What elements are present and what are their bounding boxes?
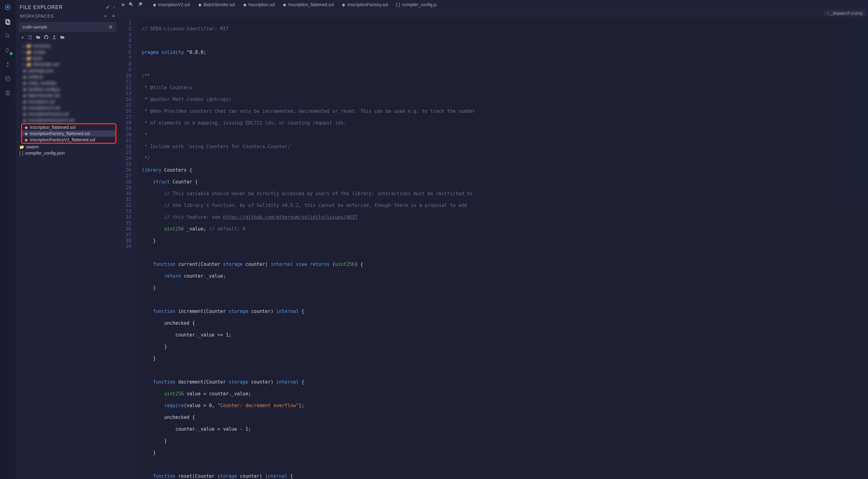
menu-icon[interactable]: ≡ [112,13,115,19]
tree-file[interactable]: ◆package.json [22,68,116,74]
tree-file-inscriptionfactoryv2-flattened[interactable]: ◆InscriptionFactoryV2_flattened.sol [22,137,115,143]
tab-compiler-config[interactable]: { }compiler_config.js [393,0,440,9]
new-folder-icon[interactable] [36,35,40,40]
svg-rect-3 [7,21,10,25]
editor-topbar: ▶ 🔍 🔎 ◆InscriptionV2.sol ◆BatchSender.so… [119,0,868,9]
tree-file[interactable]: ◆Inscription.sol [22,99,116,105]
search-icon[interactable] [3,32,12,40]
upload-icon[interactable] [52,35,57,40]
zoom-in-icon[interactable]: 🔎 [137,2,143,7]
tree-file[interactable]: ◆BatchSender.sol [22,92,116,99]
breadcrumb-bar: › _dispatchFunding [119,9,868,17]
tree-file-inscription-flattened[interactable]: ◆Inscription_flattened.sol [22,124,115,131]
tab-inscriptionfactory[interactable]: ◆InscriptionFactory.sol [338,0,392,9]
tree-file[interactable]: ◆node_modules [22,80,116,86]
chevron-right-icon[interactable]: › [113,4,115,10]
file-toolbar: ▼ [19,34,116,41]
tree-file[interactable]: ◆InscriptionV2.sol [22,105,116,111]
tree-folder-swarm[interactable]: 📁swarm [18,144,116,150]
tree-folder[interactable]: ▸ 📁scripts [22,49,116,55]
debugger-icon[interactable] [3,89,12,97]
deploy-icon[interactable] [3,60,12,69]
code-content[interactable]: // SPDX-License-Identifier: MIT pragma s… [137,17,475,479]
activity-bar [0,0,16,479]
tab-batchsender[interactable]: ◆BatchSender.sol [194,0,239,9]
play-icon[interactable]: ▶ [122,2,125,7]
tab-inscription[interactable]: ◆Inscription.sol [240,0,279,9]
file-explorer-sidebar: FILE EXPLORER ✔ › WORKSPACES ＋ ≡ code-sa… [16,0,119,479]
compiler-icon[interactable] [3,46,12,55]
workspace-selector[interactable]: code-sample [19,22,116,32]
tree-file[interactable]: ◆InscriptionFactory.sol [22,111,116,117]
highlighted-files-group: ◆Inscription_flattened.sol ◆InscriptionF… [21,123,116,144]
tab-inscriptionv2[interactable]: ◆InscriptionV2.sol [149,0,194,9]
minimap[interactable] [843,9,868,201]
zoom-out-icon[interactable]: 🔍 [129,2,134,7]
workspace-selected: code-sample [22,25,47,29]
tree-folder[interactable]: ▸ 📁contracts [22,43,116,49]
line-gutter: 1234567891011121314151617181920212223242… [119,17,137,479]
editor-tabs: ◆InscriptionV2.sol ◆BatchSender.sol ◆Ins… [149,0,866,9]
tree-file-compiler-config[interactable]: { }compiler_config.json [18,150,116,156]
remix-logo-icon[interactable] [3,2,12,12]
chevron-down-icon[interactable]: ▼ [21,36,24,39]
code-editor[interactable]: 1234567891011121314151617181920212223242… [119,17,868,479]
analysis-icon[interactable] [3,74,12,83]
github-icon[interactable] [44,35,49,40]
upload-folder-icon[interactable] [60,35,64,40]
add-workspace-icon[interactable]: ＋ [103,13,108,19]
new-file-icon[interactable] [28,35,32,40]
workspaces-label: WORKSPACES [20,13,54,19]
tab-inscription-flattened[interactable]: ◆Inscription_flattened.sol [279,0,338,9]
check-icon[interactable]: ✔ [106,4,110,10]
sidebar-title: FILE EXPLORER [20,5,63,10]
tree-folder[interactable]: ▸ 📁tests [22,55,116,61]
editor-area: ▶ 🔍 🔎 ◆InscriptionV2.sol ◆BatchSender.so… [119,0,868,479]
tree-file[interactable]: ◆hardhat.config.js [22,86,116,92]
tree-file[interactable]: ◆artifacts [22,74,116,80]
tree-folder[interactable]: ▸ 📁README.md [22,61,116,68]
file-explorer-icon[interactable] [3,18,12,26]
svg-rect-2 [6,20,9,24]
chevron-down-icon [109,25,113,29]
tree-file[interactable]: ◆InscriptionFactoryV2.sol [22,117,116,123]
file-tree: ▸ 📁contracts ▸ 📁scripts ▸ 📁tests ▸ 📁READ… [19,41,116,158]
svg-point-1 [7,6,9,8]
chevron-right-icon: › [827,11,829,15]
tree-file-inscriptionfactory-flattened[interactable]: ◆InscriptionFactory_flattened.sol [22,131,115,137]
svg-point-4 [6,34,9,37]
